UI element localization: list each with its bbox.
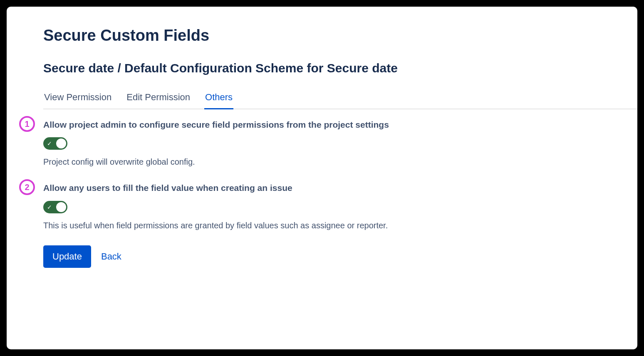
settings-frame: Secure Custom Fields Secure date / Defau… bbox=[7, 7, 637, 349]
button-row: Update Back bbox=[43, 245, 637, 268]
check-icon: ✓ bbox=[47, 141, 52, 146]
tab-content-others: 1 Allow project admin to configure secur… bbox=[43, 109, 637, 268]
setting-project-admin: 1 Allow project admin to configure secur… bbox=[43, 119, 637, 167]
annotation-marker-1: 1 bbox=[19, 116, 35, 132]
subtitle: Secure date / Default Configuration Sche… bbox=[43, 61, 637, 75]
annotation-marker-2: 2 bbox=[19, 179, 35, 195]
toggle-any-users-fill[interactable]: ✓ bbox=[43, 201, 67, 213]
tabs: View Permission Edit Permission Others bbox=[43, 89, 637, 109]
back-button[interactable]: Back bbox=[101, 251, 121, 262]
page-title: Secure Custom Fields bbox=[43, 27, 637, 44]
setting-any-users-fill-label: Allow any users to fill the field value … bbox=[43, 182, 637, 194]
tab-others[interactable]: Others bbox=[204, 89, 233, 109]
setting-any-users-fill-help: This is useful when field permissions ar… bbox=[43, 221, 637, 230]
tab-view-permission[interactable]: View Permission bbox=[43, 89, 112, 109]
toggle-project-admin[interactable]: ✓ bbox=[43, 137, 67, 150]
update-button[interactable]: Update bbox=[43, 245, 91, 268]
tab-edit-permission[interactable]: Edit Permission bbox=[126, 89, 191, 109]
setting-any-users-fill: 2 Allow any users to fill the field valu… bbox=[43, 182, 637, 230]
setting-project-admin-help: Project config will overwrite global con… bbox=[43, 157, 637, 167]
check-icon: ✓ bbox=[47, 204, 52, 210]
setting-project-admin-label: Allow project admin to configure secure … bbox=[43, 119, 637, 131]
